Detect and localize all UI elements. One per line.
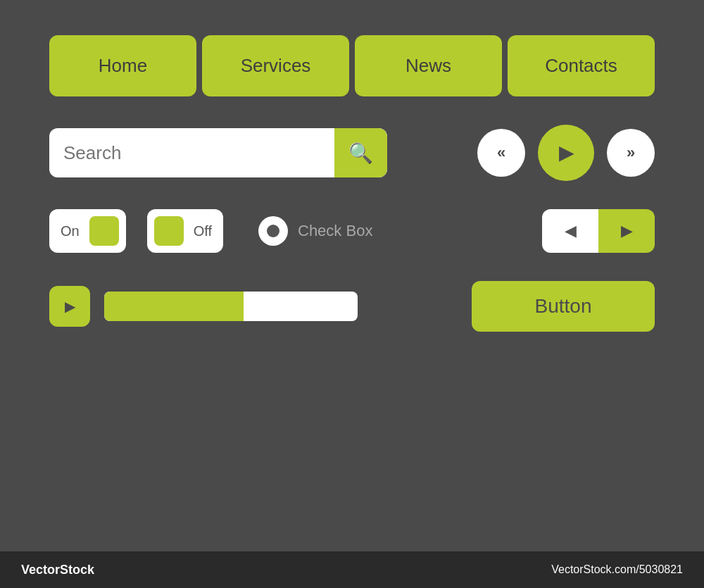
footer: VectorStock VectorStock.com/5030821 (0, 551, 704, 588)
toggle-row: On Off Check Box ◀ ▶ (49, 209, 655, 253)
search-input[interactable] (49, 142, 334, 164)
prev-button[interactable]: « (477, 129, 525, 177)
footer-brand: VectorStock (21, 563, 94, 577)
search-icon: 🔍 (348, 142, 373, 165)
double-right-icon: » (627, 144, 635, 162)
main-content: Home Services News Contacts 🔍 « ▶ » (0, 0, 704, 551)
toggle-off[interactable]: Off (147, 209, 223, 253)
media-controls: « ▶ » (477, 125, 655, 181)
toggle-on-label: On (56, 223, 84, 239)
play-button[interactable]: ▶ (538, 125, 594, 181)
progress-bar[interactable] (104, 292, 358, 321)
checkbox-area: Check Box (258, 216, 372, 246)
nav-home[interactable]: Home (49, 35, 196, 96)
radio-button[interactable] (258, 216, 288, 246)
nav-bar: Home Services News Contacts (49, 35, 655, 96)
next-button[interactable]: » (607, 129, 655, 177)
play-small-icon: ▶ (65, 298, 75, 315)
toggle-off-thumb (154, 216, 184, 246)
arrow-right-button[interactable]: ▶ (598, 209, 655, 253)
arrow-right-icon: ▶ (621, 222, 633, 240)
play-icon: ▶ (559, 142, 573, 164)
checkbox-label: Check Box (298, 222, 372, 240)
play-small-button[interactable]: ▶ (49, 286, 90, 327)
search-row: 🔍 « ▶ » (49, 125, 655, 181)
main-button[interactable]: Button (472, 281, 655, 332)
bottom-row: ▶ Button (49, 281, 655, 332)
double-left-icon: « (497, 144, 505, 162)
footer-url: VectorStock.com/5030821 (551, 563, 683, 576)
nav-services[interactable]: Services (202, 35, 349, 96)
toggle-on-thumb (89, 216, 119, 246)
progress-fill (104, 292, 244, 321)
arrow-left-button[interactable]: ◀ (542, 209, 598, 253)
nav-contacts[interactable]: Contacts (508, 35, 655, 96)
arrow-left-icon: ◀ (565, 222, 577, 240)
search-button[interactable]: 🔍 (334, 128, 387, 177)
arrow-control: ◀ ▶ (542, 209, 655, 253)
toggle-off-label: Off (189, 223, 216, 239)
toggle-on[interactable]: On (49, 209, 126, 253)
radio-inner (267, 225, 279, 237)
search-container: 🔍 (49, 128, 387, 177)
nav-news[interactable]: News (355, 35, 502, 96)
